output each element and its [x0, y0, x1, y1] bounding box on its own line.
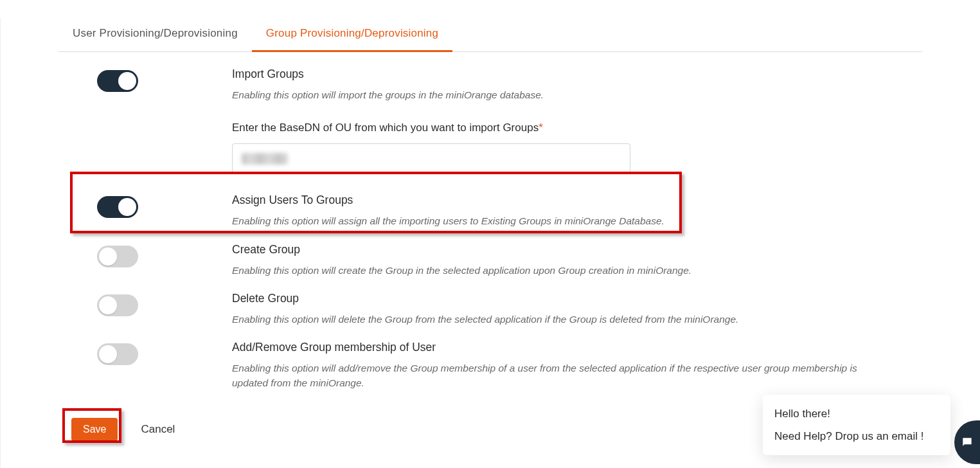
- section-create-group: Create Group Enabling this option will c…: [58, 229, 922, 278]
- assign-users-title: Assign Users To Groups: [232, 194, 884, 207]
- section-delete-group: Delete Group Enabling this option will d…: [58, 278, 922, 327]
- section-membership: Add/Remove Group membership of User Enab…: [58, 327, 922, 391]
- basedn-input[interactable]: [232, 143, 630, 174]
- import-groups-desc: Enabling this option will import the gro…: [232, 87, 884, 102]
- tab-user-provisioning[interactable]: User Provisioning/Deprovisioning: [58, 18, 252, 52]
- chat-line-1: Hello there!: [774, 405, 939, 422]
- chat-popup[interactable]: Hello there! Need Help? Drop us an email…: [763, 395, 950, 455]
- membership-title: Add/Remove Group membership of User: [232, 341, 884, 354]
- cancel-button[interactable]: Cancel: [137, 422, 179, 437]
- save-button[interactable]: Save: [71, 418, 118, 441]
- basedn-value-blurred: [242, 153, 288, 165]
- delete-group-title: Delete Group: [232, 292, 884, 305]
- section-import-groups: Import Groups Enabling this option will …: [58, 52, 922, 174]
- create-group-desc: Enabling this option will create the Gro…: [232, 263, 884, 278]
- toggle-membership[interactable]: [97, 343, 138, 365]
- create-group-title: Create Group: [232, 243, 884, 256]
- chat-line-2: Need Help? Drop us an email !: [774, 428, 939, 445]
- basedn-label: Enter the BaseDN of OU from which you wa…: [232, 122, 884, 134]
- membership-desc: Enabling this option will add/remove the…: [232, 361, 884, 391]
- chat-icon: [961, 436, 974, 449]
- toggle-assign-users[interactable]: [97, 196, 138, 218]
- toggle-import-groups[interactable]: [97, 70, 138, 92]
- import-groups-title: Import Groups: [232, 68, 884, 81]
- delete-group-desc: Enabling this option will delete the Gro…: [232, 312, 884, 327]
- toggle-delete-group[interactable]: [97, 294, 138, 316]
- tabs: User Provisioning/Deprovisioning Group P…: [58, 18, 922, 52]
- assign-users-desc: Enabling this option will assign all the…: [232, 213, 884, 228]
- tab-group-provisioning[interactable]: Group Provisioning/Deprovisioning: [252, 18, 452, 52]
- section-assign-users: Assign Users To Groups Enabling this opt…: [58, 174, 922, 228]
- toggle-create-group[interactable]: [97, 246, 138, 267]
